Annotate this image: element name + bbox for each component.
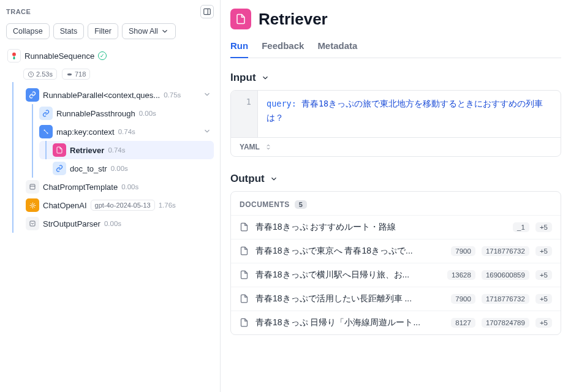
clock-icon <box>28 71 34 78</box>
node-time: 1.76s <box>159 202 176 209</box>
node-time: 0.74s <box>108 146 125 154</box>
node-label: StrOutputParser <box>43 219 100 228</box>
node-str-output-parser[interactable]: StrOutputParser 0.00s <box>12 214 214 233</box>
svg-point-4 <box>67 73 72 75</box>
node-runnable-sequence[interactable]: RunnableSequence ✓ <box>6 47 214 65</box>
filter-button[interactable]: Filter <box>88 23 118 39</box>
format-selector[interactable]: YAML <box>231 137 561 156</box>
tabs: Run Feedback Metadata <box>230 37 561 58</box>
document-tag: +5 <box>535 222 552 232</box>
node-retriever[interactable]: Retriever 0.74s <box>39 141 214 159</box>
input-section-header[interactable]: Input <box>230 72 561 84</box>
stats-button[interactable]: Stats <box>53 23 85 39</box>
document-row[interactable]: 青春18きっぷで活用したい長距離列車 ...79001718776732+5 <box>231 287 561 311</box>
yaml-value: 青春18きっぷの旅で東北地方を移動するときにおすすめの列車は？ <box>267 99 543 123</box>
chain-icon <box>39 107 53 120</box>
chevron-down-icon[interactable] <box>202 90 213 100</box>
svg-point-2 <box>12 53 16 56</box>
document-icon <box>53 143 66 157</box>
document-tag: +5 <box>535 270 552 280</box>
tab-metadata[interactable]: Metadata <box>317 37 357 58</box>
trace-tree: RunnableSequence ✓ 2.53s 718 <box>6 47 214 233</box>
show-all-button[interactable]: Show All <box>122 23 176 39</box>
retriever-icon <box>230 9 251 29</box>
documents-header: DOCUMENTS <box>240 200 290 209</box>
input-card: 1 query: 青春18きっぷの旅で東北地方を移動するときにおすすめの列車は？… <box>230 90 561 157</box>
openai-icon <box>26 198 39 212</box>
document-row[interactable]: 青春18きっぷで横川駅へ日帰り旅、お...136281690600859+5 <box>231 263 561 287</box>
document-title: 青春18きっぷで横川駅へ日帰り旅、お... <box>255 270 441 281</box>
yaml-key: query: <box>267 99 297 108</box>
node-label: Retriever <box>70 146 104 155</box>
node-runnable-parallel[interactable]: RunnableParallel<context,ques... 0.75s <box>12 86 214 104</box>
node-time: 0.75s <box>164 91 181 99</box>
token-icon <box>66 71 73 78</box>
node-chat-prompt-template[interactable]: ChatPromptTemplate 0.00s <box>12 178 214 196</box>
chain-icon <box>26 88 39 102</box>
chevron-down-icon <box>261 74 270 82</box>
tab-feedback[interactable]: Feedback <box>262 37 304 58</box>
trace-sidebar: TRACE Collapse Stats Filter Show All Run… <box>0 0 221 392</box>
code-body[interactable]: query: 青春18きっぷの旅で東北地方を移動するときにおすすめの列車は？ <box>258 91 561 137</box>
chevron-down-icon <box>270 175 278 183</box>
svg-rect-10 <box>30 221 35 226</box>
node-label: ChatOpenAI <box>43 201 87 210</box>
collapse-button[interactable]: Collapse <box>6 23 50 39</box>
trace-header-title: TRACE <box>6 8 31 15</box>
document-tag: 8127 <box>451 318 475 328</box>
tab-run[interactable]: Run <box>230 37 248 58</box>
node-time: 0.00s <box>111 165 128 172</box>
panel-toggle-icon[interactable] <box>200 5 214 18</box>
node-time: 0.00s <box>104 220 121 227</box>
output-section-title: Output <box>230 173 265 185</box>
node-map-key-context[interactable]: map:key:context 0.74s <box>26 123 214 141</box>
document-tag: 13628 <box>447 270 475 280</box>
document-icon <box>240 270 249 279</box>
page-title: Retriever <box>259 10 328 29</box>
document-tag: _1 <box>513 222 529 232</box>
document-icon <box>240 294 249 303</box>
document-icon <box>240 222 249 232</box>
chevron-down-icon <box>161 27 169 36</box>
tokens-chip: 718 <box>62 69 90 80</box>
document-row[interactable]: 青春18きっぷ 日帰り「小海線周遊ルート...81271707824789+5 <box>231 311 561 334</box>
document-icon <box>240 246 249 255</box>
node-label: RunnableSequence <box>25 51 94 61</box>
node-label: RunnableParallel<context,ques... <box>43 91 160 100</box>
output-card: DOCUMENTS 5 青春18きっぷ おすすめルート・路線_1+5青春18きっ… <box>230 191 561 335</box>
document-tag: 7900 <box>451 246 475 256</box>
input-section-title: Input <box>230 72 256 84</box>
show-all-label: Show All <box>129 27 158 36</box>
node-runnable-passthrough[interactable]: RunnablePassthrough 0.00s <box>26 104 214 123</box>
node-label: doc_to_str <box>70 164 107 173</box>
document-tag: 1690600859 <box>482 270 529 280</box>
node-label: ChatPromptTemplate <box>43 183 118 192</box>
parser-icon <box>26 217 39 230</box>
map-icon <box>39 125 53 138</box>
code-gutter: 1 <box>231 91 258 137</box>
chevron-down-icon[interactable] <box>202 127 213 137</box>
document-row[interactable]: 青春18きっぷで東京へ 青春18きっぷで...79001718776732+5 <box>231 239 561 263</box>
model-chip: gpt-4o-2024-05-13 <box>91 200 155 211</box>
document-tag: 1718776732 <box>482 294 529 304</box>
node-time: 0.00s <box>139 110 156 117</box>
node-doc-to-str[interactable]: doc_to_str 0.00s <box>39 159 214 178</box>
output-section-header[interactable]: Output <box>230 173 561 185</box>
document-title: 青春18きっぷで東京へ 青春18きっぷで... <box>255 246 445 257</box>
tokens-value: 718 <box>75 70 86 78</box>
document-title: 青春18きっぷ おすすめルート・路線 <box>255 222 507 233</box>
document-tag: +5 <box>535 318 552 328</box>
node-label: map:key:context <box>56 127 115 137</box>
success-icon: ✓ <box>98 51 107 60</box>
node-label: RunnablePassthrough <box>56 109 135 118</box>
documents-count: 5 <box>295 200 308 209</box>
template-icon <box>26 180 39 194</box>
node-chat-openai[interactable]: ChatOpenAI gpt-4o-2024-05-13 1.76s <box>12 196 214 214</box>
duration-value: 2.53s <box>36 70 53 78</box>
document-tag: 1718776732 <box>482 246 529 256</box>
main-panel: Retriever Run Feedback Metadata Input 1 … <box>221 0 571 392</box>
document-icon <box>240 318 249 327</box>
document-row[interactable]: 青春18きっぷ おすすめルート・路線_1+5 <box>231 215 561 239</box>
svg-rect-7 <box>30 184 35 189</box>
document-tag: 1707824789 <box>482 318 529 328</box>
